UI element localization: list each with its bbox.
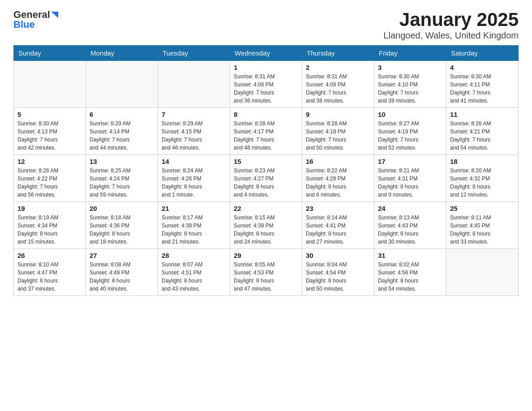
day-info: Sunrise: 8:30 AM Sunset: 4:13 PM Dayligh… [17, 120, 82, 152]
day-number: 21 [162, 205, 226, 212]
day-info: Sunrise: 8:28 AM Sunset: 4:17 PM Dayligh… [234, 120, 298, 152]
calendar-cell: 24Sunrise: 8:13 AM Sunset: 4:43 PM Dayli… [374, 202, 446, 249]
day-info: Sunrise: 8:26 AM Sunset: 4:22 PM Dayligh… [17, 167, 82, 199]
calendar-cell: 5Sunrise: 8:30 AM Sunset: 4:13 PM Daylig… [14, 108, 86, 155]
day-info: Sunrise: 8:30 AM Sunset: 4:11 PM Dayligh… [450, 73, 515, 105]
calendar-cell: 1Sunrise: 8:31 AM Sunset: 4:08 PM Daylig… [230, 61, 302, 108]
calendar-cell [14, 61, 86, 108]
title-block: January 2025 Llangoed, Wales, United Kin… [383, 9, 519, 41]
day-number: 26 [17, 252, 82, 259]
day-info: Sunrise: 8:22 AM Sunset: 4:29 PM Dayligh… [306, 167, 370, 199]
weekday-header-monday: Monday [86, 46, 158, 61]
day-number: 10 [378, 111, 442, 118]
calendar-cell: 2Sunrise: 8:31 AM Sunset: 4:09 PM Daylig… [302, 61, 374, 108]
calendar-cell: 16Sunrise: 8:22 AM Sunset: 4:29 PM Dayli… [302, 155, 374, 202]
day-number: 7 [162, 111, 226, 118]
calendar-cell: 11Sunrise: 8:26 AM Sunset: 4:21 PM Dayli… [446, 108, 519, 155]
day-number: 30 [306, 252, 370, 259]
day-info: Sunrise: 8:26 AM Sunset: 4:21 PM Dayligh… [450, 120, 515, 152]
weekday-header-thursday: Thursday [302, 46, 374, 61]
calendar-cell: 21Sunrise: 8:17 AM Sunset: 4:38 PM Dayli… [158, 202, 230, 249]
calendar-cell: 28Sunrise: 8:07 AM Sunset: 4:51 PM Dayli… [158, 249, 230, 296]
day-number: 8 [234, 111, 298, 118]
calendar-cell: 8Sunrise: 8:28 AM Sunset: 4:17 PM Daylig… [230, 108, 302, 155]
day-info: Sunrise: 8:10 AM Sunset: 4:47 PM Dayligh… [17, 261, 82, 293]
day-number: 1 [234, 64, 298, 71]
calendar-cell: 18Sunrise: 8:20 AM Sunset: 4:32 PM Dayli… [446, 155, 519, 202]
calendar-week-row: 19Sunrise: 8:19 AM Sunset: 4:34 PM Dayli… [14, 202, 519, 249]
weekday-header-saturday: Saturday [446, 46, 519, 61]
day-number: 29 [234, 252, 298, 259]
day-info: Sunrise: 8:31 AM Sunset: 4:09 PM Dayligh… [306, 73, 370, 105]
day-info: Sunrise: 8:07 AM Sunset: 4:51 PM Dayligh… [162, 261, 226, 293]
day-number: 13 [90, 158, 154, 165]
day-number: 6 [90, 111, 154, 118]
calendar-cell: 29Sunrise: 8:05 AM Sunset: 4:53 PM Dayli… [230, 249, 302, 296]
day-info: Sunrise: 8:29 AM Sunset: 4:15 PM Dayligh… [162, 120, 226, 152]
day-number: 17 [378, 158, 442, 165]
day-info: Sunrise: 8:05 AM Sunset: 4:53 PM Dayligh… [234, 261, 298, 293]
day-info: Sunrise: 8:18 AM Sunset: 4:36 PM Dayligh… [90, 214, 154, 246]
calendar-cell: 14Sunrise: 8:24 AM Sunset: 4:26 PM Dayli… [158, 155, 230, 202]
day-number: 5 [17, 111, 82, 118]
calendar-cell: 27Sunrise: 8:08 AM Sunset: 4:49 PM Dayli… [86, 249, 158, 296]
day-info: Sunrise: 8:31 AM Sunset: 4:08 PM Dayligh… [234, 73, 298, 105]
logo: General Blue [13, 9, 58, 30]
day-info: Sunrise: 8:20 AM Sunset: 4:32 PM Dayligh… [450, 167, 515, 199]
svg-marker-0 [51, 12, 58, 18]
calendar-week-row: 1Sunrise: 8:31 AM Sunset: 4:08 PM Daylig… [14, 61, 519, 108]
calendar-cell: 3Sunrise: 8:30 AM Sunset: 4:10 PM Daylig… [374, 61, 446, 108]
day-number: 25 [450, 205, 515, 212]
page-title: January 2025 [383, 9, 519, 30]
day-info: Sunrise: 8:15 AM Sunset: 4:39 PM Dayligh… [234, 214, 298, 246]
weekday-header-wednesday: Wednesday [230, 46, 302, 61]
day-number: 24 [378, 205, 442, 212]
calendar-cell: 30Sunrise: 8:04 AM Sunset: 4:54 PM Dayli… [302, 249, 374, 296]
day-info: Sunrise: 8:19 AM Sunset: 4:34 PM Dayligh… [17, 214, 82, 246]
day-number: 19 [17, 205, 82, 212]
day-number: 22 [234, 205, 298, 212]
day-info: Sunrise: 8:25 AM Sunset: 4:24 PM Dayligh… [90, 167, 154, 199]
day-info: Sunrise: 8:02 AM Sunset: 4:56 PM Dayligh… [378, 261, 442, 293]
weekday-header-friday: Friday [374, 46, 446, 61]
day-number: 4 [450, 64, 515, 71]
calendar-cell: 20Sunrise: 8:18 AM Sunset: 4:36 PM Dayli… [86, 202, 158, 249]
day-number: 20 [90, 205, 154, 212]
day-info: Sunrise: 8:17 AM Sunset: 4:38 PM Dayligh… [162, 214, 226, 246]
day-number: 27 [90, 252, 154, 259]
calendar-header: SundayMondayTuesdayWednesdayThursdayFrid… [14, 46, 519, 61]
day-info: Sunrise: 8:08 AM Sunset: 4:49 PM Dayligh… [90, 261, 154, 293]
logo-triangle-icon [51, 12, 58, 18]
day-info: Sunrise: 8:27 AM Sunset: 4:19 PM Dayligh… [378, 120, 442, 152]
calendar-week-row: 12Sunrise: 8:26 AM Sunset: 4:22 PM Dayli… [14, 155, 519, 202]
calendar-cell: 12Sunrise: 8:26 AM Sunset: 4:22 PM Dayli… [14, 155, 86, 202]
calendar-cell [86, 61, 158, 108]
day-info: Sunrise: 8:24 AM Sunset: 4:26 PM Dayligh… [162, 167, 226, 199]
calendar-cell: 7Sunrise: 8:29 AM Sunset: 4:15 PM Daylig… [158, 108, 230, 155]
day-number: 11 [450, 111, 515, 118]
weekday-header-tuesday: Tuesday [158, 46, 230, 61]
calendar-cell [446, 249, 519, 296]
day-info: Sunrise: 8:28 AM Sunset: 4:18 PM Dayligh… [306, 120, 370, 152]
calendar-cell: 23Sunrise: 8:14 AM Sunset: 4:41 PM Dayli… [302, 202, 374, 249]
logo-blue: Blue [13, 19, 35, 30]
calendar-cell: 31Sunrise: 8:02 AM Sunset: 4:56 PM Dayli… [374, 249, 446, 296]
day-number: 28 [162, 252, 226, 259]
day-info: Sunrise: 8:11 AM Sunset: 4:45 PM Dayligh… [450, 214, 515, 246]
calendar-cell: 22Sunrise: 8:15 AM Sunset: 4:39 PM Dayli… [230, 202, 302, 249]
day-info: Sunrise: 8:23 AM Sunset: 4:27 PM Dayligh… [234, 167, 298, 199]
calendar-cell: 15Sunrise: 8:23 AM Sunset: 4:27 PM Dayli… [230, 155, 302, 202]
calendar-cell: 19Sunrise: 8:19 AM Sunset: 4:34 PM Dayli… [14, 202, 86, 249]
weekday-header-sunday: Sunday [14, 46, 86, 61]
day-info: Sunrise: 8:21 AM Sunset: 4:31 PM Dayligh… [378, 167, 442, 199]
day-info: Sunrise: 8:30 AM Sunset: 4:10 PM Dayligh… [378, 73, 442, 105]
day-number: 2 [306, 64, 370, 71]
calendar-week-row: 26Sunrise: 8:10 AM Sunset: 4:47 PM Dayli… [14, 249, 519, 296]
day-number: 18 [450, 158, 515, 165]
calendar-cell: 13Sunrise: 8:25 AM Sunset: 4:24 PM Dayli… [86, 155, 158, 202]
day-number: 23 [306, 205, 370, 212]
page-header: General Blue January 2025 Llangoed, Wale… [13, 9, 519, 41]
day-number: 15 [234, 158, 298, 165]
calendar-cell: 4Sunrise: 8:30 AM Sunset: 4:11 PM Daylig… [446, 61, 519, 108]
day-info: Sunrise: 8:14 AM Sunset: 4:41 PM Dayligh… [306, 214, 370, 246]
